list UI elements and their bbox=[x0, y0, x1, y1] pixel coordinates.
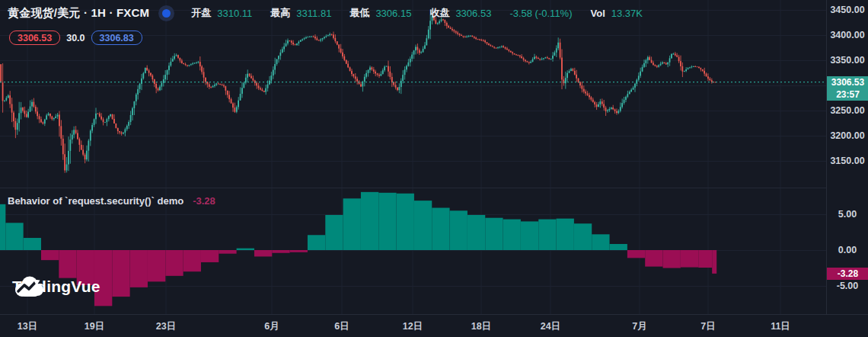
volume-value: 13.37K bbox=[611, 8, 643, 19]
time-tick: 23日 bbox=[156, 320, 176, 333]
symbol-title[interactable]: 黄金现货/美元 · 1H · FXCM bbox=[8, 6, 149, 21]
bar-countdown: 23:57 bbox=[827, 88, 868, 101]
time-tick: 6日 bbox=[334, 320, 349, 333]
time-axis[interactable]: 13日19日23日6月6日12日18日24日7月7日11日 bbox=[0, 314, 868, 337]
indicator-title: Behavior of `request.security()` demo bbox=[8, 195, 183, 207]
price-level-badges: 3306.53 30.0 3306.83 bbox=[9, 30, 142, 45]
price-tick: 3150.00 bbox=[827, 155, 868, 167]
trading-app: 黄金现货/美元 · 1H · FXCM 开盘3310.11最高3311.81最低… bbox=[0, 0, 868, 337]
indicator-legend[interactable]: Behavior of `request.security()` demo -3… bbox=[8, 195, 215, 207]
stat-value: 3306.15 bbox=[375, 8, 411, 19]
time-tick: 7日 bbox=[700, 320, 715, 333]
tradingvue-watermark: TradingVue bbox=[12, 278, 101, 296]
time-tick: 19日 bbox=[85, 320, 104, 333]
price-tick: 3200.00 bbox=[827, 130, 868, 142]
time-tick: 11日 bbox=[771, 320, 790, 333]
stat-value: 3310.11 bbox=[217, 8, 252, 19]
indicator-tick: 0.00 bbox=[827, 244, 868, 256]
price-tick: 3450.00 bbox=[827, 4, 868, 16]
chart-header: 黄金现货/美元 · 1H · FXCM 开盘3310.11最高3311.81最低… bbox=[8, 5, 822, 21]
time-tick: 6月 bbox=[264, 320, 279, 333]
blue-level-badge[interactable]: 3306.83 bbox=[91, 30, 142, 45]
price-tick: 3350.00 bbox=[827, 54, 868, 66]
stat-2: 最低3306.15 bbox=[349, 6, 411, 20]
volume-stat: Vol 13.37K bbox=[591, 8, 643, 19]
indicator-value-badge: -3.28 bbox=[827, 268, 868, 280]
price-chart-canvas[interactable] bbox=[0, 0, 826, 188]
indicator-tick: 5.00 bbox=[827, 208, 868, 220]
change-value: -3.58 (-0.11%) bbox=[509, 8, 572, 19]
indicator-value: -3.28 bbox=[193, 195, 215, 207]
price-axis[interactable]: 3306.53 23:57 -3.28 3450.003400.003350.0… bbox=[826, 0, 868, 314]
stat-value: 3311.81 bbox=[296, 8, 331, 19]
stat-3: 收盘3306.53 bbox=[429, 6, 491, 20]
price-tick: 3250.00 bbox=[827, 104, 868, 117]
time-tick: 7月 bbox=[632, 320, 646, 333]
stat-label: 最高 bbox=[270, 6, 290, 20]
stat-label: 开盘 bbox=[191, 6, 211, 20]
level-period-value: 30.0 bbox=[66, 33, 85, 43]
price-tick: 3400.00 bbox=[827, 29, 868, 41]
red-level-badge[interactable]: 3306.53 bbox=[9, 30, 60, 45]
stat-1: 最高3311.81 bbox=[270, 6, 331, 20]
blue-dot-icon bbox=[162, 9, 171, 18]
last-price-badge: 3306.53 23:57 bbox=[827, 76, 868, 101]
time-tick: 12日 bbox=[403, 320, 423, 333]
stat-label: 最低 bbox=[349, 6, 369, 20]
time-tick: 18日 bbox=[471, 320, 491, 333]
time-tick: 13日 bbox=[18, 320, 37, 333]
tradingvue-cloud-icon bbox=[12, 275, 46, 298]
time-tick: 24日 bbox=[541, 320, 560, 333]
data-source-button[interactable] bbox=[158, 5, 174, 21]
last-price-value: 3306.53 bbox=[827, 76, 868, 88]
stat-label: 收盘 bbox=[429, 6, 449, 20]
indicator-tick: -5.00 bbox=[827, 280, 868, 292]
pane-separator[interactable] bbox=[0, 188, 826, 188]
stat-0: 开盘3310.11 bbox=[191, 6, 252, 20]
ohlc-stats: 开盘3310.11最高3311.81最低3306.15收盘3306.53 bbox=[191, 6, 491, 20]
volume-label: Vol bbox=[591, 8, 605, 19]
stat-value: 3306.53 bbox=[455, 8, 491, 19]
